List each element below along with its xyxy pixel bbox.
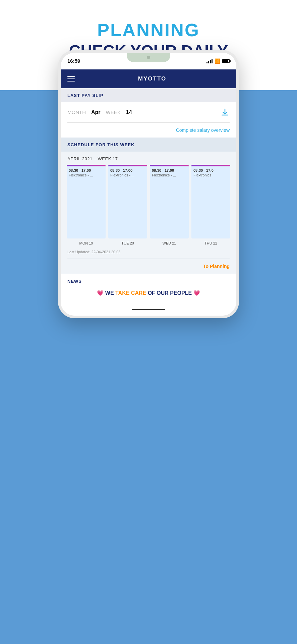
- day-wed: WED 21: [150, 241, 189, 245]
- news-section: NEWS 💗 WE TAKE CARE OF OUR PEOPLE 💗: [61, 274, 236, 304]
- schedule-header: SCHEDULE FOR THIS WEEK: [61, 138, 236, 152]
- bottom-section: 16:59 📶: [0, 90, 297, 644]
- month-label: MONTH: [67, 109, 86, 115]
- complete-salary-link[interactable]: Complete salary overview: [61, 123, 236, 138]
- phone-frame: 16:59 📶: [58, 50, 239, 318]
- last-updated: Last Updated: 22-04-2021 20:05: [61, 248, 236, 259]
- to-planning-link[interactable]: To Planning: [61, 259, 236, 274]
- app-header: MYOTTO: [61, 69, 236, 88]
- title-planning: PLANNING: [97, 20, 200, 40]
- signal-icon: [206, 59, 213, 63]
- news-heart2: 💗: [193, 290, 200, 296]
- schedule-section: SCHEDULE FOR THIS WEEK APRIL 2021 – WEEK…: [61, 138, 236, 274]
- wifi-icon: 📶: [215, 58, 220, 64]
- to-planning-label: To Planning: [203, 264, 230, 269]
- news-we: WE: [105, 290, 115, 296]
- news-highlight: TAKE CARE: [115, 290, 146, 296]
- card-location-wed: Flextronics - ...: [150, 173, 189, 177]
- week-value: 14: [126, 109, 132, 115]
- status-time: 16:59: [67, 58, 80, 64]
- pay-slip-header: LAST PAY SLIP: [61, 88, 236, 102]
- day-mon: MON 19: [67, 241, 106, 245]
- battery-fill: [223, 60, 228, 62]
- pay-slip-section: LAST PAY SLIP MONTH Apr WEEK 14: [61, 88, 236, 138]
- news-headline: 💗 WE TAKE CARE OF OUR PEOPLE 💗: [61, 285, 236, 304]
- card-time-mon: 08:30 - 17:00: [67, 166, 106, 173]
- month-value: Apr: [91, 109, 101, 115]
- day-tue: TUE 20: [108, 241, 147, 245]
- card-time-thu: 08:30 - 17:0: [191, 166, 230, 173]
- news-label: NEWS: [67, 279, 82, 284]
- schedule-card-wed: 08:30 - 17:00 Flextronics - ...: [150, 165, 189, 238]
- schedule-cards: 08:30 - 17:00 Flextronics - ... 08:30 - …: [61, 165, 236, 238]
- pay-slip-label: LAST PAY SLIP: [67, 93, 103, 98]
- card-time-tue: 08:30 - 17:00: [108, 166, 147, 173]
- pay-slip-controls: MONTH Apr WEEK 14: [61, 102, 236, 122]
- schedule-card-mon: 08:30 - 17:00 Flextronics - ...: [67, 165, 106, 238]
- home-indicator: [132, 309, 165, 310]
- app-title: MYOTTO: [75, 75, 230, 82]
- hamburger-menu[interactable]: [67, 76, 75, 82]
- schedule-card-tue: 08:30 - 17:00 Flextronics - ...: [108, 165, 147, 238]
- news-header: NEWS: [61, 274, 236, 285]
- news-heart1: 💗: [97, 290, 104, 296]
- schedule-week-label: APRIL 2021 – WEEK 17: [61, 152, 236, 165]
- card-location-thu: Flextronics: [191, 173, 230, 177]
- card-time-wed: 08:30 - 17:00: [150, 166, 189, 173]
- card-location-tue: Flextronics - ...: [108, 173, 147, 177]
- week-label: WEEK: [106, 109, 121, 115]
- status-bar: 16:59 📶: [61, 53, 236, 69]
- schedule-label: SCHEDULE FOR THIS WEEK: [67, 142, 134, 147]
- schedule-days: MON 19 TUE 20 WED 21 THU 22: [61, 238, 236, 248]
- phone-notch: [127, 53, 170, 62]
- battery-icon: [222, 59, 230, 63]
- phone-camera: [147, 56, 150, 59]
- download-icon: [220, 108, 230, 117]
- day-thu: THU 22: [191, 241, 230, 245]
- phone-wrapper: 16:59 📶: [0, 90, 297, 543]
- schedule-card-thu: 08:30 - 17:0 Flextronics: [191, 165, 230, 238]
- download-button[interactable]: [220, 108, 230, 117]
- phone-bottom: [61, 304, 236, 316]
- status-icons: 📶: [206, 58, 230, 64]
- news-of: OF OUR PEOPLE: [148, 290, 193, 296]
- card-location-mon: Flextronics - ...: [67, 173, 106, 177]
- complete-salary-label: Complete salary overview: [176, 127, 230, 133]
